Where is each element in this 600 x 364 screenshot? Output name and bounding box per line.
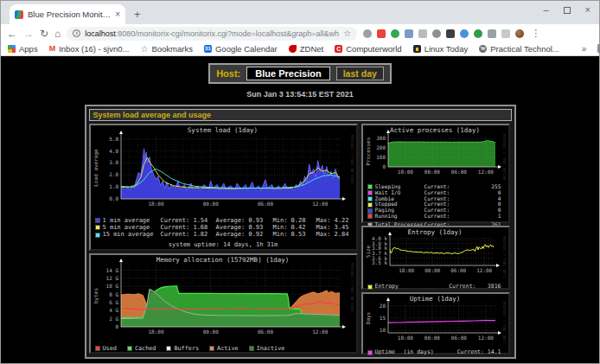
- bookmark-computerworld[interactable]: CComputerworld: [335, 44, 401, 54]
- computerworld-icon: C: [335, 45, 342, 53]
- browser-tab[interactable]: Blue Precision Monitorix ×: [10, 4, 125, 24]
- memory-graph[interactable]: 02 G4 G6 G8 G10 G12 G14 G18:0000:0006:00…: [92, 256, 355, 343]
- forward-icon[interactable]: →: [23, 29, 34, 39]
- svg-text:4.0: 4.0: [109, 148, 118, 154]
- adblock-extension-icon[interactable]: [474, 29, 482, 38]
- window-close-icon[interactable]: ×: [585, 5, 590, 15]
- entropy-graph[interactable]: 3.5 k3.6 k3.7 k3.8 k3.9 k4.0 k18:0000:00…: [364, 228, 507, 282]
- tab-close-icon[interactable]: ×: [115, 10, 120, 19]
- bookmark-inbox[interactable]: MInbox (16) - sjvn0...: [49, 44, 130, 54]
- zdnet-icon: [289, 45, 297, 53]
- svg-text:RRDTOOL / TOBI OETIKER: RRDTOOL / TOBI OETIKER: [350, 263, 354, 312]
- bookmark-label: Inbox (16) - sjvn0...: [59, 44, 129, 54]
- svg-text:12:00: 12:00: [476, 267, 492, 273]
- svg-text:Days: Days: [365, 311, 372, 324]
- site-info-icon[interactable]: i: [73, 29, 80, 37]
- reading-list-icon[interactable]: [501, 29, 510, 38]
- uptime-legend: Uptime(in days)Current: 14.1: [364, 348, 507, 359]
- search-extension-icon[interactable]: [363, 29, 372, 38]
- bookmark-calendar[interactable]: 31Google Calendar: [204, 44, 278, 54]
- svg-text:Size: Size: [365, 245, 371, 258]
- svg-text:0: 0: [115, 323, 118, 329]
- system-load-graph[interactable]: 0.01.02.03.04.05.018:0000:0006:0012:00Sy…: [92, 126, 355, 217]
- memory-chartbox: 02 G4 G6 G8 G10 G12 G14 G18:0000:0006:00…: [89, 253, 358, 354]
- svg-text:0.0: 0.0: [109, 195, 118, 201]
- graphs-frame: System load average and usage 0.01.02.03…: [85, 105, 516, 359]
- svg-text:RRDTOOL / TOBI OETIKER: RRDTOOL / TOBI OETIKER: [502, 134, 506, 180]
- linuxtoday-icon: [413, 45, 421, 53]
- svg-text:12 G: 12 G: [105, 275, 118, 281]
- svg-text:4 G: 4 G: [109, 307, 118, 313]
- svg-text:00:00: 00:00: [202, 201, 218, 207]
- bookmark-star-icon[interactable]: ☆: [343, 29, 351, 38]
- svg-text:12:00: 12:00: [312, 201, 328, 207]
- svg-text:Processes: Processes: [365, 137, 371, 165]
- star-icon: ☆: [140, 45, 148, 53]
- minimize-icon[interactable]: –: [543, 5, 548, 15]
- svg-text:1.0: 1.0: [109, 183, 118, 189]
- svg-text:12:00: 12:00: [477, 335, 493, 341]
- url-text[interactable]: localhost:8080/monitorix-cgi/monitorix.c…: [85, 29, 339, 38]
- svg-text:RRDTOOL / TOBI OETIKER: RRDTOOL / TOBI OETIKER: [502, 236, 506, 278]
- svg-text:5.0: 5.0: [109, 136, 118, 142]
- processes-graph[interactable]: 010020030018:0000:0006:0012:00Active pro…: [364, 126, 507, 183]
- host-label: Host:: [216, 68, 240, 79]
- browser-toolbar: ← → ↻ ⌂ i localhost:8080/monitorix-cgi/m…: [1, 24, 599, 42]
- svg-text:06:00: 06:00: [450, 267, 466, 273]
- calendar-icon: 31: [204, 45, 212, 53]
- svg-text:14 G: 14 G: [105, 267, 118, 273]
- maximize-icon[interactable]: [564, 7, 571, 14]
- screenshot-extension-icon[interactable]: [418, 29, 427, 38]
- entropy-chartbox: 3.5 k3.6 k3.7 k3.8 k3.9 k4.0 k18:0000:00…: [361, 226, 510, 290]
- web-extension-icon[interactable]: [432, 29, 441, 38]
- system-load-chartbox: 0.01.02.03.04.05.018:0000:0006:0012:00Sy…: [89, 124, 358, 251]
- processes-legend: SleepingCurrent:255Wait I/OCurrent:0Zomb…: [364, 183, 507, 230]
- tabs-extension-icon[interactable]: [405, 29, 413, 38]
- browser-window: Blue Precision Monitorix × + – × ← → ↻ ⌂…: [0, 0, 600, 364]
- svg-text:18:00: 18:00: [397, 169, 412, 175]
- back-icon[interactable]: ←: [7, 29, 17, 39]
- new-tab-button[interactable]: +: [134, 8, 141, 21]
- svg-text:200: 200: [376, 144, 386, 150]
- address-bar[interactable]: i localhost:8080/monitorix-cgi/monitorix…: [67, 27, 357, 41]
- reload-icon[interactable]: ↻: [40, 29, 48, 39]
- puzzle-extensions-icon[interactable]: [488, 29, 496, 38]
- bookmark-zdnet[interactable]: ZDNet: [289, 44, 323, 54]
- svg-text:10 G: 10 G: [105, 283, 118, 289]
- svg-text:300: 300: [376, 135, 386, 141]
- monitorix-page: Host: Blue Precision last day Sun Jan 3 …: [1, 56, 599, 363]
- bookmark-linuxtoday[interactable]: Linux Today: [413, 44, 469, 54]
- bookmarks-overflow-icon[interactable]: »: [582, 44, 587, 54]
- svg-text:System load (1day): System load (1day): [187, 126, 257, 134]
- profile-avatar[interactable]: [515, 29, 524, 38]
- bookmark-practical[interactable]: WPractical Technol...: [479, 44, 559, 54]
- messenger-extension-icon[interactable]: [460, 29, 469, 38]
- bookmark-apps[interactable]: Apps: [8, 44, 38, 54]
- tab-strip: Blue Precision Monitorix × + – ×: [1, 1, 599, 24]
- svg-text:18:00: 18:00: [399, 267, 414, 273]
- svg-text:3.0: 3.0: [109, 159, 118, 165]
- browser-menu-icon[interactable]: ⋮: [531, 28, 540, 39]
- svg-text:00:00: 00:00: [424, 267, 440, 273]
- processes-chartbox: 010020030018:0000:0006:0012:00Active pro…: [361, 124, 510, 223]
- svg-text:10: 10: [379, 327, 386, 333]
- svg-text:12:00: 12:00: [312, 329, 328, 335]
- uptime-graph[interactable]: 10152018:0000:0006:0012:00Uptime (1day)D…: [364, 295, 507, 348]
- home-icon[interactable]: ⌂: [54, 29, 61, 39]
- window-controls: – ×: [543, 5, 590, 15]
- dark-extension-icon[interactable]: [446, 29, 455, 38]
- bookmarks-bar: Apps MInbox (16) - sjvn0... ☆Bookmarks 3…: [1, 42, 599, 56]
- svg-text:Uptime (1day): Uptime (1day): [409, 295, 460, 303]
- bookmark-bookmarks[interactable]: ☆Bookmarks: [140, 44, 192, 54]
- report-datetime: Sun Jan 3 13:54:15 EST 2021: [1, 90, 599, 99]
- uptime-chartbox: 10152018:0000:0006:0012:00Uptime (1day)D…: [361, 292, 510, 354]
- gmail-extension-icon[interactable]: [377, 29, 386, 38]
- svg-text:00:00: 00:00: [424, 335, 439, 341]
- share-extension-icon[interactable]: [391, 29, 399, 38]
- svg-text:6 G: 6 G: [109, 299, 118, 305]
- tab-title: Blue Precision Monitorix: [28, 10, 111, 19]
- svg-text:0: 0: [382, 163, 386, 169]
- url-path: :8080/monitorix-cgi/monitorix.cgi?mode=l…: [116, 29, 340, 38]
- svg-text:Load average: Load average: [93, 149, 99, 187]
- svg-text:Entropy (1day): Entropy (1day): [407, 228, 462, 236]
